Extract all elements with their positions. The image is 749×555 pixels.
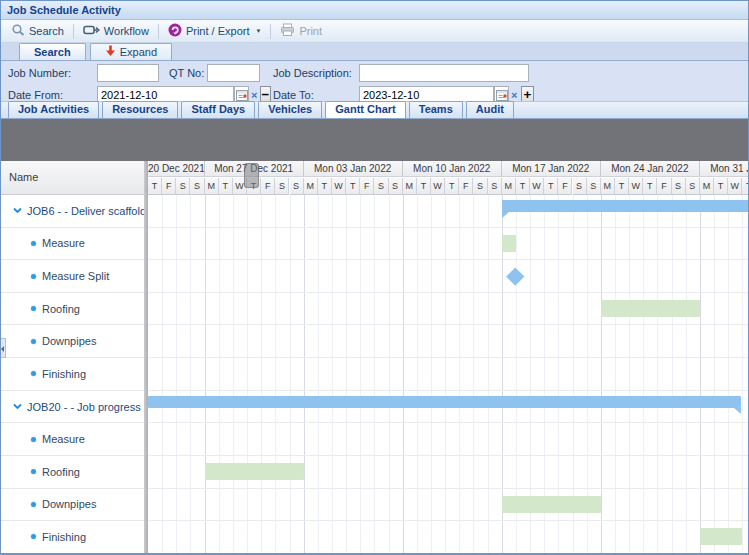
chevron-down-icon[interactable] <box>13 403 22 410</box>
day-header-cell[interactable]: T <box>714 178 728 195</box>
day-header-cell[interactable]: M <box>601 178 615 195</box>
name-row-task[interactable]: Roofing <box>1 456 144 489</box>
day-header-cell[interactable]: S <box>290 178 304 195</box>
day-header-cell[interactable]: T <box>516 178 530 195</box>
chevron-down-icon[interactable] <box>13 207 22 214</box>
qt-no-field[interactable] <box>207 64 260 82</box>
day-header-cell[interactable]: T <box>318 178 332 195</box>
tab-job-activities[interactable]: Job Activities <box>8 101 99 118</box>
day-header-cell[interactable]: T <box>643 178 657 195</box>
gantt-milestone-diamond[interactable] <box>506 268 524 286</box>
name-row-task[interactable]: Measure <box>1 228 144 261</box>
gantt-task-bar[interactable] <box>700 528 742 545</box>
day-header-cell[interactable]: S <box>176 178 190 195</box>
day-header-cell[interactable]: S <box>686 178 700 195</box>
name-row-task[interactable]: Measure Split <box>1 260 144 293</box>
name-row-group[interactable]: JOB6 - - Deliver scaffolding onsi <box>1 195 144 228</box>
gantt-summary-bar[interactable] <box>148 396 741 408</box>
name-row-task[interactable]: Finishing <box>1 358 144 391</box>
name-row-task[interactable]: Downpipes <box>1 325 144 358</box>
week-header-cell[interactable]: 20 Dec 2021 <box>148 161 205 177</box>
day-header-cell[interactable]: M <box>205 178 219 195</box>
day-header-cell[interactable]: F <box>360 178 374 195</box>
search-button[interactable]: Search <box>5 21 70 41</box>
expand-arrow-icon <box>105 45 116 59</box>
gantt-task-bar[interactable] <box>502 235 516 252</box>
week-header-cell[interactable]: Mon 24 Jan 2022 <box>601 161 700 177</box>
day-header-cell[interactable]: F <box>162 178 176 195</box>
row-label: Measure <box>42 433 85 445</box>
print-export-button[interactable]: Print / Export ▼ <box>162 21 268 41</box>
name-row-group[interactable]: JOB20 - - Job progress <box>1 391 144 424</box>
gantt-chart-panel: 20 Dec 2021TFSSMon 27 Dec 2021MTWTFSSMon… <box>148 161 748 554</box>
day-header-cell[interactable]: T <box>417 178 431 195</box>
day-header-cell[interactable]: S <box>275 178 289 195</box>
day-header-cell[interactable]: S <box>488 178 502 195</box>
day-gridline <box>290 195 291 554</box>
name-row-task[interactable]: Downpipes <box>1 489 144 522</box>
day-header-cell[interactable]: S <box>573 178 587 195</box>
task-bullet-icon <box>31 437 36 442</box>
day-header-cell[interactable]: F <box>558 178 572 195</box>
day-header-cell[interactable]: T <box>346 178 360 195</box>
day-header-cell[interactable]: W <box>332 178 346 195</box>
day-header-cell[interactable]: T <box>544 178 558 195</box>
day-gridline <box>261 195 262 554</box>
tab-teams[interactable]: Teams <box>409 101 463 118</box>
tab-search[interactable]: Search <box>19 43 86 60</box>
tab-vehicles[interactable]: Vehicles <box>258 101 322 118</box>
day-gridline <box>459 195 460 554</box>
row-label: Roofing <box>42 303 80 315</box>
day-header-cell[interactable]: S <box>190 178 204 195</box>
day-header-cell[interactable]: T <box>445 178 459 195</box>
day-header-cell[interactable]: W <box>530 178 544 195</box>
tab-resources[interactable]: Resources <box>102 101 178 118</box>
day-header-cell[interactable]: F <box>459 178 473 195</box>
day-gridline <box>714 195 715 554</box>
day-header-cell[interactable]: W <box>629 178 643 195</box>
name-row-task[interactable]: Roofing <box>1 293 144 326</box>
tab-expand[interactable]: Expand <box>90 43 172 60</box>
day-header-cell[interactable]: S <box>389 178 403 195</box>
day-header-cell[interactable]: F <box>261 178 275 195</box>
name-row-task[interactable]: Finishing <box>1 521 144 554</box>
gantt-task-bar[interactable] <box>502 496 601 513</box>
day-header-cell[interactable]: W <box>728 178 742 195</box>
day-header-cell[interactable]: F <box>657 178 671 195</box>
day-header-cell[interactable]: W <box>431 178 445 195</box>
workflow-icon <box>83 24 100 39</box>
collapse-handle-icon[interactable] <box>1 338 6 358</box>
name-column-header: Name <box>1 161 144 195</box>
week-header-cell[interactable]: Mon 17 Jan 2022 <box>502 161 601 177</box>
gantt-task-bar[interactable] <box>601 300 700 317</box>
day-header-cell[interactable]: T <box>148 178 162 195</box>
row-label: JOB20 - - Job progress <box>27 401 141 413</box>
day-header-cell[interactable]: M <box>700 178 714 195</box>
day-header-cell[interactable]: S <box>473 178 487 195</box>
row-label: Downpipes <box>42 335 96 347</box>
day-header-cell[interactable]: T <box>219 178 233 195</box>
filter-form: Job Number: QT No: Job Description: Date… <box>1 61 748 101</box>
day-header-cell[interactable]: S <box>672 178 686 195</box>
window-titlebar: Job Schedule Activity <box>1 1 748 20</box>
day-header-cell[interactable]: S <box>587 178 601 195</box>
gantt-summary-bar[interactable] <box>502 200 748 212</box>
day-header-cell[interactable]: T <box>742 178 748 195</box>
day-header-cell[interactable]: S <box>374 178 388 195</box>
day-header-cell[interactable]: M <box>403 178 417 195</box>
week-header-cell[interactable]: Mon 10 Jan 2022 <box>403 161 502 177</box>
day-header-cell[interactable]: T <box>615 178 629 195</box>
workflow-button[interactable]: Workflow <box>77 21 155 41</box>
gantt-task-bar[interactable] <box>205 463 304 480</box>
week-header-cell[interactable]: Mon 03 Jan 2022 <box>304 161 403 177</box>
job-description-field[interactable] <box>359 64 529 82</box>
mouse-cursor-artifact <box>244 163 259 188</box>
tab-staff-days[interactable]: Staff Days <box>181 101 255 118</box>
week-header-cell[interactable]: Mon 31 Jan 2022 <box>700 161 748 177</box>
day-header-cell[interactable]: M <box>304 178 318 195</box>
job-number-field[interactable] <box>97 64 159 82</box>
day-header-cell[interactable]: M <box>502 178 516 195</box>
tab-audit[interactable]: Audit <box>466 101 514 118</box>
name-row-task[interactable]: Measure <box>1 423 144 456</box>
tab-gantt-chart[interactable]: Gantt Chart <box>325 101 406 118</box>
